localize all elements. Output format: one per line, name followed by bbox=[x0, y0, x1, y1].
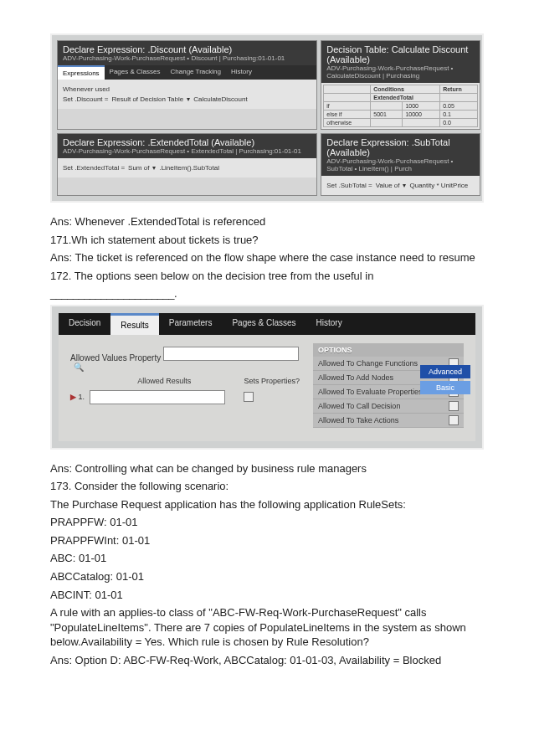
th-blank2 bbox=[324, 94, 371, 102]
set-ext-label: Set .ExtendedTotal = bbox=[63, 164, 125, 172]
panel-a-crumb: ADV-Purchasing-Work-PurchaseRequest • Di… bbox=[63, 54, 311, 62]
th-blank3 bbox=[440, 94, 478, 102]
allowed-results-label: Allowed Results bbox=[90, 377, 239, 385]
sets-properties-checkbox[interactable] bbox=[244, 392, 254, 402]
panel-d-crumb: ADV-Purchasing-Work-PurchaseRequest • Su… bbox=[326, 157, 475, 172]
allowed-values-input[interactable] bbox=[163, 347, 299, 361]
tab-change-tracking[interactable]: Change Tracking bbox=[166, 65, 226, 80]
r1c3: 10000 bbox=[403, 111, 440, 119]
panel-b-crumb: ADV-Purchasing-Work-PurchaseRequest • Ca… bbox=[326, 64, 475, 80]
opt-3-cb[interactable] bbox=[449, 401, 459, 411]
opt-2: Allowed To Evaluate Properties bbox=[318, 388, 422, 396]
set-discount-label: Set .Discount = bbox=[63, 95, 108, 103]
tab-decision[interactable]: Decision bbox=[59, 313, 110, 335]
options-header: OPTIONS bbox=[313, 343, 464, 357]
tabs-decision: Decision Results Parameters Pages & Clas… bbox=[59, 313, 475, 335]
tab-history[interactable]: History bbox=[226, 65, 257, 80]
tab-history-2[interactable]: History bbox=[306, 313, 352, 335]
th-blank bbox=[324, 85, 371, 94]
r1c2: 5001 bbox=[371, 111, 403, 119]
th-return: Return bbox=[440, 85, 478, 94]
q172-ans: Ans: Controlling what can be changed by … bbox=[50, 461, 484, 476]
set-discount-mid: Result of Decision Table bbox=[111, 95, 183, 103]
q173-l1: 173. Consider the following scenario: bbox=[50, 479, 484, 494]
set-ext-right: .LineItem().SubTotal bbox=[159, 164, 219, 172]
set-sub-right: Quantity * UnitPrice bbox=[409, 182, 468, 189]
panel-a-title: Declare Expression: .Discount (Available… bbox=[63, 44, 311, 54]
th-cond: Conditions bbox=[371, 85, 440, 94]
screenshot-top: Declare Expression: .Discount (Available… bbox=[50, 33, 484, 203]
q171-text: 171.Wh ich statement about tickets is tr… bbox=[50, 233, 484, 248]
q173-r2: PRAPPFWInt: 01-01 bbox=[50, 533, 484, 548]
r2c1: otherwise bbox=[324, 119, 371, 127]
r0c2 bbox=[371, 102, 403, 111]
advanced-button[interactable]: Advanced bbox=[420, 365, 470, 378]
opt-0: Allowed To Change Functions bbox=[318, 359, 418, 368]
r1r: 0.1 bbox=[440, 111, 478, 119]
r0c1: if bbox=[324, 102, 371, 111]
panel-a-tabs: Expressions Pages & Classes Change Track… bbox=[58, 65, 316, 80]
th-ext: ExtendedTotal bbox=[371, 94, 440, 102]
allowed-values-label: Allowed Values Property bbox=[70, 353, 161, 363]
r0r: 0.05 bbox=[440, 102, 478, 111]
search-icon[interactable]: 🔍 bbox=[74, 363, 84, 372]
set-discount-right: CalculateDiscount bbox=[193, 95, 247, 103]
opt-4-cb[interactable] bbox=[449, 415, 459, 425]
q172-text: 172. The options seen below on the decis… bbox=[50, 269, 484, 284]
q171-ans: Ans: The ticket is referenced on the flo… bbox=[50, 250, 484, 265]
q172-blank: ______________________. bbox=[50, 286, 484, 301]
r2c3 bbox=[403, 119, 440, 127]
basic-button[interactable]: Basic bbox=[420, 381, 470, 394]
row-number: ▶ 1. bbox=[70, 393, 85, 401]
q173-l2: The Purchase Request application has the… bbox=[50, 497, 484, 512]
opt-1: Allowed To Add Nodes bbox=[318, 373, 393, 382]
tab-pages-classes[interactable]: Pages & Classes bbox=[105, 65, 166, 80]
panel-declare-discount: Declare Expression: .Discount (Available… bbox=[57, 40, 317, 130]
panel-b-title: Decision Table: Calculate Discount (Avai… bbox=[326, 44, 475, 64]
r2r: 0.0 bbox=[440, 119, 478, 127]
r1c1: else if bbox=[324, 111, 371, 119]
q173-r4: ABCCatalog: 01-01 bbox=[50, 569, 484, 584]
q173-l3: A rule with an applies-to class of "ABC-… bbox=[50, 605, 484, 650]
panel-subtotal: Declare Expression: .SubTotal (Available… bbox=[321, 133, 480, 196]
q173-r3: ABC: 01-01 bbox=[50, 551, 484, 566]
set-sub-mid: Value of bbox=[376, 182, 400, 189]
tab-parameters[interactable]: Parameters bbox=[159, 313, 223, 335]
ans-before-171: Ans: Whenever .ExtendedTotal is referenc… bbox=[50, 214, 484, 229]
screenshot-middle: Decision Results Parameters Pages & Clas… bbox=[50, 305, 484, 450]
allowed-results-input[interactable] bbox=[90, 390, 225, 404]
tab-expressions[interactable]: Expressions bbox=[58, 65, 105, 80]
panel-extended-total: Declare Expression: .ExtendedTotal (Avai… bbox=[57, 133, 317, 196]
r2c2 bbox=[371, 119, 403, 127]
set-sub-label: Set .SubTotal = bbox=[326, 182, 372, 189]
q173-r1: PRAPPFW: 01-01 bbox=[50, 515, 484, 530]
r0c3: 1000 bbox=[403, 102, 440, 111]
tab-pages-classes-2[interactable]: Pages & Classes bbox=[222, 313, 306, 335]
panel-c-crumb: ADV-Purchasing-Work-PurchaseRequest • Ex… bbox=[63, 147, 311, 155]
panel-c-title: Declare Expression: .ExtendedTotal (Avai… bbox=[63, 137, 311, 147]
tab-results[interactable]: Results bbox=[110, 313, 158, 335]
panel-a-row1: Whenever used bbox=[63, 85, 311, 93]
q173-ans: Ans: Option D: ABC-FW-Req-Work, ABCCatal… bbox=[50, 653, 484, 668]
panel-d-title: Declare Expression: .SubTotal (Available… bbox=[326, 137, 475, 157]
sets-properties-label: Sets Properties? bbox=[244, 377, 300, 385]
q173-r5: ABCINT: 01-01 bbox=[50, 588, 484, 603]
opt-4: Allowed To Take Actions bbox=[318, 416, 398, 424]
set-ext-mid: Sum of bbox=[128, 164, 149, 172]
panel-decision-table: Decision Table: Calculate Discount (Avai… bbox=[321, 40, 480, 130]
decision-table: Conditions Return ExtendedTotal if 1000 … bbox=[323, 85, 478, 127]
opt-3: Allowed To Call Decision bbox=[318, 402, 400, 410]
